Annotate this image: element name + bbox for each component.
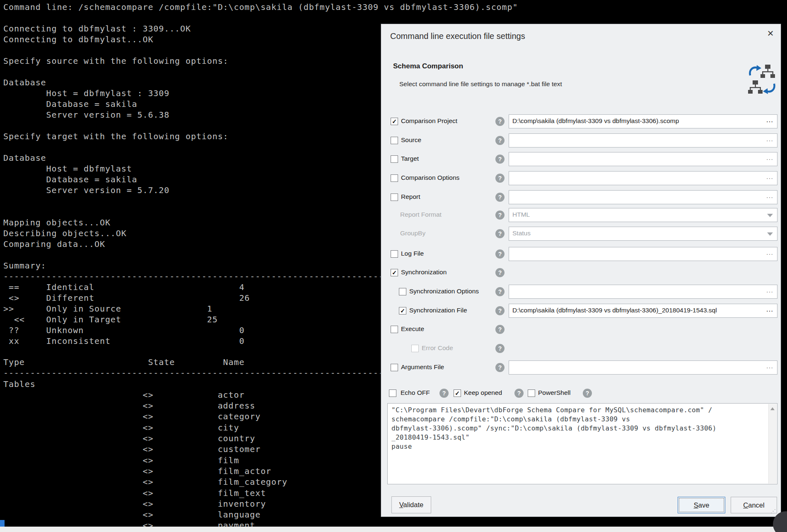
bottom-left-blue-chip [0, 520, 5, 527]
log-file-input[interactable]: … [509, 247, 777, 261]
row-comparison-project: ✓Comparison Project?D:\comp\sakila (dbfm… [381, 114, 782, 128]
row-log-file: Log File?… [381, 247, 782, 261]
groupby-combo: Status [509, 227, 777, 241]
log-file-label: Log File [401, 250, 424, 257]
comparison-project-browse-button[interactable]: … [766, 116, 774, 124]
console-output-table: Type State Name ------------------------… [3, 357, 400, 531]
source-help-icon[interactable]: ? [495, 136, 505, 145]
bottom-window-strip [0, 527, 787, 532]
synchronization-options-checkbox[interactable] [399, 288, 406, 295]
row-execute: Execute? [381, 322, 782, 336]
comparison-options-checkbox[interactable] [391, 174, 398, 182]
arguments-file-help-icon[interactable]: ? [495, 363, 505, 372]
log-file-checkbox[interactable] [391, 250, 398, 258]
command-line-execution-settings-dialog: Command line execution file settings × S… [381, 24, 781, 517]
dialog-title: Command line execution file settings [390, 31, 525, 41]
synchronization-file-browse-button[interactable]: … [766, 305, 774, 314]
target-input[interactable]: … [509, 152, 777, 166]
synchronization-file-input[interactable]: D:\comp\sakila (dbfmylast-3309 vs dbfmyl… [509, 304, 777, 318]
comparison-options-input[interactable]: … [509, 171, 777, 185]
execute-help-icon[interactable]: ? [495, 325, 505, 334]
row-comparison-options: Comparison Options?… [381, 171, 782, 185]
row-report: Report?… [381, 190, 782, 204]
schema-compare-sync-icon [748, 64, 776, 97]
synchronization-options-label: Synchronization Options [409, 288, 479, 295]
error-code-checkbox [411, 345, 419, 352]
row-target: Target?… [381, 152, 782, 166]
synchronization-file-label: Synchronization File [409, 307, 467, 314]
comparison-project-checkbox[interactable]: ✓ [391, 118, 398, 125]
target-checkbox[interactable] [391, 155, 398, 163]
dialog-subheading: Select command line file settings to man… [399, 80, 562, 88]
save-button[interactable]: Save [678, 497, 725, 513]
synchronization-options-browse-button[interactable]: … [766, 286, 774, 295]
comparison-options-help-icon[interactable]: ? [495, 174, 505, 183]
comparison-project-help-icon[interactable]: ? [495, 117, 505, 126]
synchronization-options-help-icon[interactable]: ? [495, 287, 505, 296]
comparison-project-input[interactable]: D:\comp\sakila (dbfmylast-3309 vs dbfmyl… [509, 114, 777, 128]
synchronization-label: Synchronization [401, 268, 447, 276]
arguments-file-browse-button[interactable]: … [766, 362, 774, 370]
row-report-format: Report Format?HTML [381, 208, 782, 222]
synchronization-help-icon[interactable]: ? [495, 268, 505, 277]
log-file-help-icon[interactable]: ? [495, 249, 505, 259]
comparison-options-label: Comparison Options [401, 174, 459, 181]
synchronization-options-input[interactable]: … [509, 285, 777, 299]
schema-comparison-heading: Schema Comparison [393, 62, 463, 70]
report-browse-button[interactable]: … [766, 191, 774, 200]
synchronization-file-checkbox[interactable]: ✓ [399, 307, 406, 314]
close-icon[interactable]: × [764, 27, 777, 40]
groupby-dropdown-arrow-icon [767, 232, 773, 236]
scroll-up-icon[interactable] [770, 407, 775, 410]
row-arguments-file: Arguments File?… [381, 360, 782, 375]
bat-file-text-area[interactable]: "C:\Program Files\Devart\dbForge Schema … [387, 403, 777, 484]
report-format-label: Report Format [400, 211, 442, 218]
source-checkbox[interactable] [391, 137, 398, 144]
source-label: Source [401, 136, 421, 144]
report-input[interactable]: … [509, 190, 777, 204]
target-help-icon[interactable]: ? [495, 155, 505, 164]
bottom-check-powershell: PowerShell? [381, 386, 782, 400]
synchronization-file-help-icon[interactable]: ? [495, 306, 505, 315]
resize-grip[interactable]: ⋰ [770, 508, 776, 514]
execute-label: Execute [401, 325, 424, 333]
row-groupby: GroupBy?Status [381, 227, 782, 241]
target-label: Target [401, 155, 419, 162]
synchronization-checkbox[interactable]: ✓ [391, 269, 398, 276]
row-error-code: Error Code? [381, 341, 782, 355]
report-help-icon[interactable]: ? [495, 193, 505, 202]
arguments-file-input[interactable]: … [509, 360, 777, 375]
comparison-project-label: Comparison Project [401, 117, 457, 125]
error-code-help-icon[interactable]: ? [495, 344, 505, 353]
powershell-checkbox[interactable] [528, 389, 535, 397]
row-source: Source?… [381, 133, 782, 148]
report-format-dropdown-arrow-icon [767, 214, 773, 217]
source-input[interactable]: … [509, 133, 777, 148]
arguments-file-label: Arguments File [401, 363, 444, 371]
comparison-options-browse-button[interactable]: … [766, 172, 774, 181]
report-format-combo: HTML [509, 208, 777, 222]
groupby-label: GroupBy [400, 230, 425, 237]
log-file-browse-button[interactable]: … [766, 248, 774, 257]
groupby-help-icon[interactable]: ? [495, 229, 505, 238]
bat-file-text: "C:\Program Files\Devart\dbForge Schema … [391, 406, 717, 451]
report-format-help-icon[interactable]: ? [495, 210, 505, 220]
row-synchronization: ✓Synchronization? [381, 266, 782, 280]
error-code-label: Error Code [422, 344, 453, 352]
arguments-file-checkbox[interactable] [391, 364, 398, 371]
validate-button[interactable]: Validate [391, 496, 431, 513]
powershell-help-icon[interactable]: ? [583, 389, 592, 398]
execute-checkbox[interactable] [391, 326, 398, 333]
report-label: Report [401, 193, 420, 201]
row-synchronization-file: ✓Synchronization File?D:\comp\sakila (db… [381, 304, 782, 318]
row-synchronization-options: Synchronization Options?… [381, 285, 782, 299]
bat-scrollbar[interactable] [768, 404, 777, 484]
powershell-label: PowerShell [538, 389, 570, 397]
source-browse-button[interactable]: … [766, 135, 774, 143]
target-browse-button[interactable]: … [766, 153, 774, 162]
report-checkbox[interactable] [391, 193, 398, 201]
